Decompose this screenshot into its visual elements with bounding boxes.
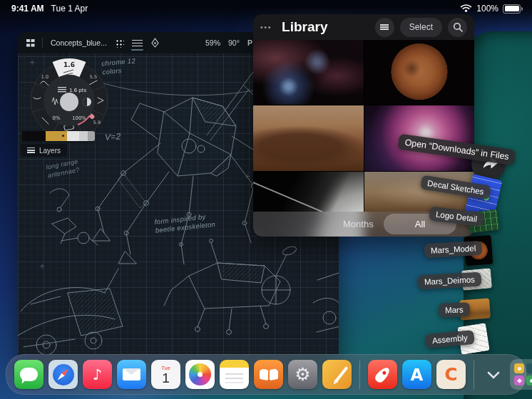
layers-icon [27, 147, 35, 153]
brush-size-marker[interactable]: 5.9 [93, 120, 101, 125]
compass-needle-icon [55, 366, 71, 383]
svg-text:+: + [39, 262, 45, 270]
mail-app-icon[interactable] [117, 360, 146, 389]
opacity-min[interactable]: 0% [52, 115, 60, 121]
brush-size-left[interactable]: 1.0 [41, 74, 48, 80]
active-tool-size[interactable]: 1.6 [63, 61, 75, 68]
notes-app-icon[interactable] [220, 360, 249, 389]
stroke-width-label[interactable]: 1.6 pts [69, 88, 87, 93]
rotation-value[interactable]: 90° [228, 38, 240, 47]
photo-mars-planet[interactable] [364, 40, 475, 105]
chat-bubble-icon [20, 368, 38, 381]
battery-icon [503, 4, 521, 14]
search-button[interactable] [448, 18, 467, 37]
select-button[interactable]: Select [400, 18, 442, 37]
app-library-icon[interactable] [510, 359, 532, 390]
search-icon [453, 22, 463, 32]
toolbar-divider [42, 38, 43, 48]
line-grid-icon[interactable] [132, 39, 143, 47]
messages-app-icon[interactable] [14, 360, 44, 389]
open-book-icon [260, 369, 278, 380]
photo-mars-hills[interactable] [253, 105, 364, 170]
wifi-icon [460, 4, 472, 14]
envelope-icon [123, 368, 140, 380]
status-bar: 9:41 AM Tue 1 Apr 100% [0, 0, 532, 17]
library-title: Library [282, 19, 369, 35]
library-header: ••• Library Select [253, 14, 474, 40]
photos-app-icon[interactable] [185, 360, 215, 389]
calendar-app-icon[interactable]: Tue 1 [151, 360, 180, 389]
document-title[interactable]: Concepts_blue... [51, 38, 107, 47]
music-app-icon[interactable]: ♪ [83, 360, 112, 389]
view-options-button[interactable] [375, 18, 394, 37]
safari-app-icon[interactable] [48, 360, 78, 389]
layers-label: Layers [39, 147, 61, 155]
pen-nib-icon[interactable] [150, 38, 160, 48]
photo-horsehead-nebula[interactable] [253, 40, 364, 105]
dock-collapse-button[interactable] [482, 360, 505, 389]
drag-label[interactable]: Mars_Model [424, 241, 483, 258]
gear-icon: ⚙ [295, 364, 310, 385]
segment-months[interactable]: Months [343, 212, 374, 237]
date: Tue 1 Apr [51, 4, 88, 14]
dock: ♪ Tue 1 ⚙ A C [6, 354, 526, 395]
wheel-center-knob[interactable] [60, 93, 78, 111]
app-store-app-icon[interactable]: A [402, 360, 431, 389]
flower-icon [189, 363, 211, 385]
music-note-icon: ♪ [93, 366, 102, 383]
calendar-day: 1 [162, 371, 170, 385]
drag-label[interactable]: Mars [439, 302, 470, 318]
pen-icon [335, 366, 348, 381]
creative-swirl-app-icon[interactable]: C [436, 360, 466, 389]
rocket-app-icon[interactable] [368, 360, 397, 389]
dock-divider [359, 361, 360, 389]
concepts-app-icon[interactable] [322, 360, 352, 389]
opacity-max[interactable]: 100% [72, 115, 86, 121]
gallery-grid-icon[interactable] [26, 39, 34, 47]
layers-button[interactable]: Layers [21, 144, 67, 157]
list-lines-icon [380, 24, 389, 30]
appstore-a-icon: A [411, 366, 424, 384]
dot-grid-icon[interactable] [115, 38, 124, 48]
zoom-level[interactable]: 59% [205, 38, 220, 47]
window-menu-dots[interactable]: ••• [260, 23, 272, 31]
photos-library-window: ••• Library Select Months All [253, 14, 474, 237]
chevron-down-icon [486, 370, 501, 379]
settings-app-icon[interactable]: ⚙ [288, 360, 317, 389]
color-strip[interactable] [22, 131, 95, 141]
dock-divider [474, 361, 474, 389]
tool-wheel[interactable]: 1.0 5.5 5.9 6.9 1.6 1.6 pts 0% 100% [28, 56, 111, 142]
brush-size-right[interactable]: 5.5 [90, 74, 97, 80]
clock: 9:41 AM [11, 4, 44, 14]
books-app-icon[interactable] [254, 360, 283, 389]
rocket-icon [374, 365, 392, 384]
ipad-screen: 9:41 AM Tue 1 Apr 100% [0, 0, 532, 399]
swirl-icon: C [444, 364, 457, 385]
svg-text:+: + [245, 172, 250, 180]
battery-percent: 100% [476, 4, 498, 14]
